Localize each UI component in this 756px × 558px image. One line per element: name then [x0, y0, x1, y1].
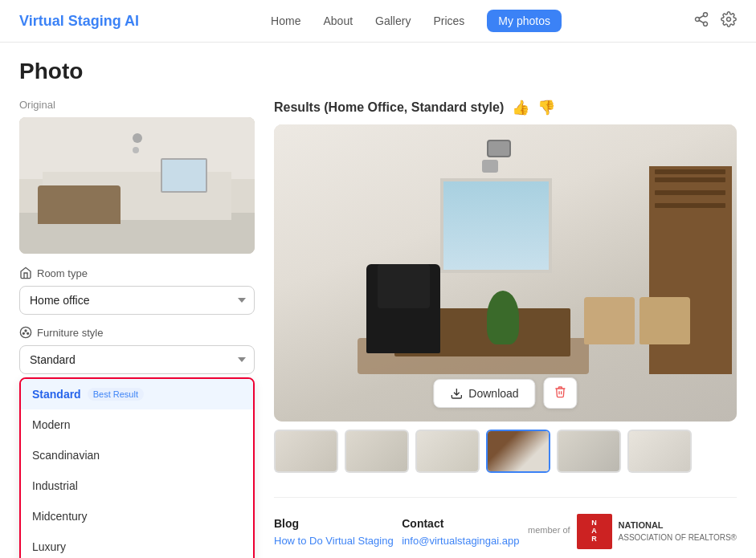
nar-logo-text: NAR — [591, 519, 597, 544]
share-icon — [693, 11, 709, 27]
download-label: Download — [468, 387, 518, 400]
contact-title: Contact — [402, 517, 519, 530]
main-layout: Original Room type — [19, 99, 737, 558]
thumbnail-2[interactable] — [345, 430, 409, 473]
shelf-3 — [655, 190, 725, 195]
dropdown-item-label: Modern — [32, 418, 70, 431]
room-type-select[interactable]: Home office Living room Bedroom Dining r… — [19, 286, 255, 315]
dropdown-item-industrial[interactable]: Industrial — [21, 470, 253, 501]
result-image: Download — [274, 124, 737, 422]
svg-point-6 — [20, 327, 31, 337]
best-result-badge: Best Result — [88, 388, 144, 401]
thumbnail-4[interactable] — [486, 430, 550, 473]
armchair-2 — [640, 297, 690, 344]
window-staged — [440, 178, 551, 273]
shelf-2 — [655, 177, 725, 182]
thumbnail-6[interactable] — [627, 430, 692, 473]
footer-area: Blog How to Do Virtual Staging Contact i… — [274, 497, 737, 549]
svg-point-0 — [704, 12, 708, 16]
office-chair — [366, 264, 440, 353]
thumbnail-3[interactable] — [415, 430, 480, 473]
armchair-1 — [584, 297, 635, 344]
palette-icon — [19, 326, 32, 339]
room-type-row: Room type — [19, 267, 255, 279]
footer-blog: Blog How to Do Virtual Staging — [274, 517, 394, 547]
dropdown-item-label: Scandinavian — [32, 449, 100, 462]
contact-email[interactable]: info@virtualstagingai.app — [402, 535, 519, 547]
logo: Virtual Staging AI — [19, 13, 139, 30]
nar-logo: NAR — [577, 514, 612, 549]
dropdown-item-label: Luxury — [32, 540, 66, 553]
furniture-style-row: Furniture style — [19, 326, 255, 339]
nav-icons — [693, 11, 737, 31]
thumb-image-6 — [629, 431, 690, 471]
home-icon — [19, 267, 32, 279]
svg-line-3 — [699, 20, 704, 22]
settings-icon-button[interactable] — [721, 11, 737, 31]
download-bar: Download — [433, 377, 577, 409]
svg-point-5 — [727, 17, 731, 21]
svg-point-8 — [25, 330, 27, 332]
blog-title: Blog — [274, 517, 394, 530]
dropdown-item-modern[interactable]: Modern — [21, 409, 253, 440]
ceiling-light-main — [487, 140, 511, 157]
page-content: Photo Original Room — [0, 43, 756, 558]
svg-point-2 — [704, 22, 708, 26]
thumbnails-row — [274, 430, 737, 473]
svg-point-1 — [696, 17, 700, 21]
original-image — [19, 117, 255, 254]
results-title: Results (Home Office, Standard style) — [274, 100, 504, 115]
shelf-4 — [655, 203, 725, 208]
nav-my-photos[interactable]: My photos — [487, 10, 562, 32]
nar-badge: member of NAR NATIONAL ASSOCIATION OF RE… — [528, 514, 737, 549]
main-nav: Home About Gallery Prices My photos — [271, 10, 562, 32]
nar-line1: NATIONAL — [619, 519, 737, 532]
dropdown-item-label: Industrial — [32, 479, 78, 492]
nar-line2: ASSOCIATION OF — [619, 533, 686, 542]
dropdown-item-label: Midcentury — [32, 510, 87, 523]
results-header: Results (Home Office, Standard style) 👍 … — [274, 99, 737, 116]
logo-text-start: Virtual Staging — [19, 13, 125, 29]
nar-line3: REALTORS® — [689, 533, 737, 542]
room-simulation — [19, 117, 255, 254]
thumb-image-2 — [346, 431, 407, 471]
blog-link[interactable]: How to Do Virtual Staging — [274, 535, 394, 547]
thumb-image-1 — [276, 431, 337, 471]
style-dropdown-list: Standard Best Result Modern Scandinavian… — [19, 377, 255, 558]
window-original — [161, 158, 208, 193]
share-icon-button[interactable] — [693, 11, 709, 31]
ceiling-light-secondary — [482, 160, 498, 173]
thumb-image-4 — [488, 431, 549, 471]
nav-about[interactable]: About — [323, 14, 353, 27]
nav-home[interactable]: Home — [271, 14, 300, 27]
light-fixture-1 — [133, 133, 142, 143]
thumbnail-5[interactable] — [557, 430, 621, 473]
dropdown-item-label: Standard — [32, 388, 81, 401]
dropdown-item-luxury[interactable]: Luxury — [21, 532, 253, 558]
room-type-label: Room type — [37, 267, 88, 279]
dropdown-item-midcentury[interactable]: Midcentury — [21, 501, 253, 532]
dropdown-item-scandinavian[interactable]: Scandinavian — [21, 440, 253, 470]
thumbs-up-button[interactable]: 👍 — [512, 99, 529, 116]
nav-gallery[interactable]: Gallery — [375, 14, 411, 27]
member-of-text: member of — [528, 525, 570, 535]
settings-icon — [721, 11, 737, 27]
download-button[interactable]: Download — [433, 379, 535, 408]
sofa — [38, 185, 121, 224]
logo-accent: AI — [125, 13, 139, 29]
thumb-image-5 — [558, 431, 619, 471]
thumbnail-1[interactable] — [274, 430, 338, 473]
nav-prices[interactable]: Prices — [433, 14, 464, 27]
left-panel: Original Room type — [19, 99, 255, 558]
download-icon — [450, 387, 463, 400]
svg-line-4 — [699, 15, 704, 18]
shelf-1 — [655, 169, 725, 174]
trash-icon — [554, 385, 567, 398]
dropdown-item-standard[interactable]: Standard Best Result — [21, 379, 253, 409]
window-view — [443, 181, 548, 270]
svg-point-7 — [22, 332, 24, 334]
delete-button[interactable] — [544, 377, 578, 409]
page-title: Photo — [19, 59, 737, 84]
furniture-style-select[interactable]: Standard Modern Scandinavian Industrial … — [19, 345, 255, 374]
thumbs-down-button[interactable]: 👎 — [537, 99, 555, 116]
